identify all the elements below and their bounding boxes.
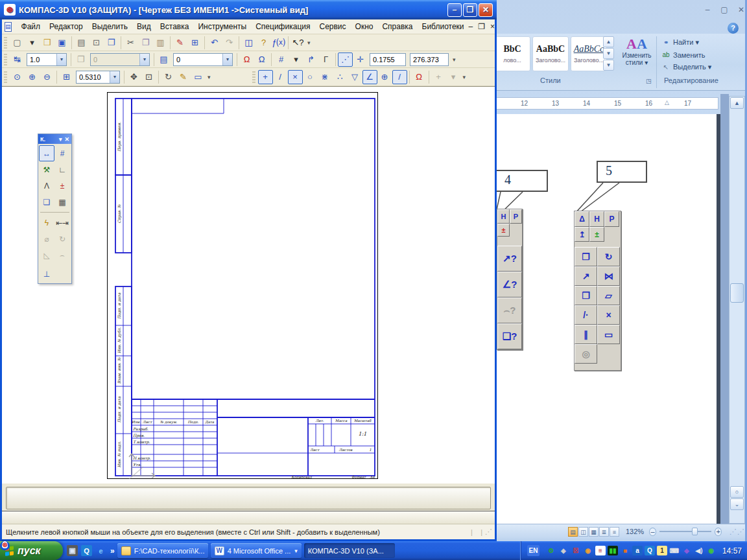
show-desktop-icon[interactable]: ▣ xyxy=(67,545,78,556)
params-tab-button[interactable]: P xyxy=(604,211,619,227)
mdi-close-button[interactable]: × xyxy=(490,22,495,31)
keyboard-flag-tray-icon[interactable]: ≡ xyxy=(595,546,606,555)
pan-button[interactable]: ✥ xyxy=(126,70,141,84)
snap-extra-button[interactable]: + xyxy=(431,70,446,84)
snap-nearest-point-button[interactable]: + xyxy=(258,70,273,84)
kompas-title-bar[interactable]: ⊛ КОМПАС-3D V10 (ЗАЩИТА) - [Чертеж БЕЗ И… xyxy=(0,0,497,19)
parallel-button[interactable]: ∥ xyxy=(575,325,597,344)
zoom-in-button[interactable]: + xyxy=(715,528,722,536)
help-icon[interactable]: ? xyxy=(728,23,739,34)
styles-dialog-launcher-icon[interactable]: ◳ xyxy=(646,78,652,84)
hammer-tool-button[interactable]: ⚒ xyxy=(39,161,54,178)
undo-button[interactable]: ↶ xyxy=(207,36,222,50)
grid-button[interactable]: # xyxy=(274,52,289,67)
snap-midpoint-button[interactable]: / xyxy=(273,70,288,84)
move-button[interactable]: ❐ xyxy=(575,247,597,266)
spiral-button[interactable]: ◎ xyxy=(575,344,597,364)
view-fullscreen-button[interactable]: ◫ xyxy=(578,527,588,537)
menu-item[interactable]: Редактор xyxy=(45,20,88,33)
datum-button[interactable]: ⊥ xyxy=(39,266,54,282)
vertical-scrollbar[interactable]: ▲ ○ ⌄ xyxy=(729,96,745,524)
quicktime-tray-icon[interactable]: Q xyxy=(645,546,655,555)
taskbar-word-button[interactable]: W 4 Microsoft Office ... ▾ xyxy=(211,543,302,558)
menu-item[interactable]: Справка xyxy=(377,20,417,33)
toolbar-grip[interactable] xyxy=(252,71,255,83)
measure-step-button[interactable]: # xyxy=(54,145,70,161)
print-preview-button[interactable]: ⊡ xyxy=(89,36,104,50)
style-chip[interactable]: AaBbC Заголово... xyxy=(532,36,569,71)
zoom-level[interactable]: 132% xyxy=(626,528,644,535)
fit-page-button[interactable]: ⊡ xyxy=(141,70,156,84)
toolbar-grip[interactable] xyxy=(4,54,7,65)
linear-dimension-button[interactable]: ⇤⇥ xyxy=(54,215,70,231)
quick-launch-overflow-icon[interactable]: » xyxy=(110,546,115,555)
angle-measure-button[interactable]: Λ xyxy=(39,178,54,194)
menu-item[interactable]: Инструменты xyxy=(193,20,251,33)
alert-tray-icon[interactable]: ◉ xyxy=(583,546,593,555)
language-indicator[interactable]: EN xyxy=(527,545,540,556)
internet-explorer-icon[interactable]: e xyxy=(95,545,106,556)
clock[interactable]: 14:57 xyxy=(722,546,742,555)
zoom-out-button[interactable]: ⊖ xyxy=(40,70,54,84)
toolbar-grip[interactable] xyxy=(4,37,7,49)
horizontal-ruler[interactable]: 121314151617 △ xyxy=(492,97,718,110)
chevron-down-icon[interactable]: ▾ xyxy=(56,54,66,65)
gear-tray-icon[interactable]: ⚙ xyxy=(546,546,556,555)
prev-layers-button[interactable]: ❐ xyxy=(73,52,88,67)
shield-tray-icon[interactable]: ◈ xyxy=(558,546,569,555)
rotate-button[interactable]: ↻ xyxy=(597,247,620,266)
styles-gallery-up-button[interactable]: ▲ xyxy=(603,36,614,47)
snap-tangent-button[interactable]: ▽ xyxy=(348,70,362,84)
snap-extra-dropdown[interactable]: ▾ xyxy=(446,70,461,84)
print-button[interactable]: ▤ xyxy=(74,36,89,50)
paste-button[interactable]: ▥ xyxy=(153,36,168,50)
spec-table-button[interactable]: ⊞ xyxy=(187,36,202,50)
show-windows-button[interactable]: ◫ xyxy=(241,36,256,50)
browse-next-button[interactable]: ⌄ xyxy=(730,498,744,510)
current-step-combo[interactable]: 1.0▾ xyxy=(27,53,67,66)
arrow-up-button[interactable]: ↥ xyxy=(575,227,589,242)
drawing-canvas[interactable]: Изм. Лист № докум. Подп. Дата Лит. Масса… xyxy=(2,86,495,484)
view-web-button[interactable]: ▦ xyxy=(589,527,599,537)
redraw-button[interactable]: ✎ xyxy=(176,70,191,84)
drawing-sheet[interactable]: Изм. Лист № докум. Подп. Дата Лит. Масса… xyxy=(107,92,378,479)
taskbar-kompas-button[interactable]: ⊛ КОМПАС-3D V10 (ЗА... xyxy=(304,543,395,558)
context-help-button[interactable]: ↖? xyxy=(290,36,305,50)
deform-button[interactable]: ▱ xyxy=(597,286,620,305)
change-styles-button[interactable]: AA Изменить стили ▾ xyxy=(619,36,655,74)
show-panels-button[interactable]: ▭ xyxy=(191,70,206,84)
measure-angle-button[interactable]: ∠? xyxy=(497,272,522,298)
menu-item[interactable]: Библиотеки xyxy=(418,20,469,33)
quicktime-icon[interactable]: Q xyxy=(81,545,92,556)
taskbar-folder-button[interactable]: F:\CAD-технології\К... xyxy=(117,543,208,558)
quick-dimension-button[interactable]: ϟ xyxy=(39,215,54,231)
local-cs-button[interactable]: ↱ xyxy=(303,52,318,67)
angle2-dimension-button[interactable]: ◺ xyxy=(39,247,54,263)
close-button[interactable]: ✕ xyxy=(479,3,493,17)
style-chip[interactable]: AaBbCc Заголово... xyxy=(571,36,607,71)
new-dropdown[interactable]: ▾ xyxy=(25,36,40,50)
palette-title-bar[interactable]: К. ▾ ✕ xyxy=(38,134,71,144)
measure-area-button[interactable]: ❏? xyxy=(497,323,522,349)
style-chip[interactable]: BbC лово... xyxy=(494,36,530,71)
close-icon[interactable]: ✕ xyxy=(64,136,69,143)
plus-minus-button[interactable]: ± xyxy=(497,224,510,237)
toolbar-overflow-icon[interactable]: ▾ xyxy=(307,40,311,46)
layers-button[interactable]: ▤ xyxy=(156,52,171,67)
cut-button[interactable]: ✂ xyxy=(123,36,138,50)
resize-grip[interactable]: ⋰ xyxy=(485,528,492,536)
orange-box-tray-icon[interactable]: ■ xyxy=(620,546,630,555)
styles-gallery-down-button[interactable]: ▼ xyxy=(603,48,614,59)
open-document-button[interactable]: ❒ xyxy=(40,36,54,50)
view-print-layout-button[interactable]: ▤ xyxy=(568,527,578,537)
menu-item[interactable]: Выделить xyxy=(88,20,132,33)
refresh-view-button[interactable]: ↻ xyxy=(161,70,176,84)
measure-arc-button[interactable]: ⌢? xyxy=(497,298,522,323)
document-1-tray-icon[interactable]: 1 xyxy=(657,546,667,555)
minimize-button[interactable]: – xyxy=(447,3,462,17)
zoom-scale-combo[interactable]: 0.5310▾ xyxy=(76,71,120,84)
arc-dimension-button[interactable]: ⌢ xyxy=(54,247,70,263)
menu-item[interactable]: Файл xyxy=(17,20,45,33)
params-tab-button[interactable]: P xyxy=(510,209,522,224)
plus-minus-button[interactable]: ± xyxy=(54,178,70,194)
